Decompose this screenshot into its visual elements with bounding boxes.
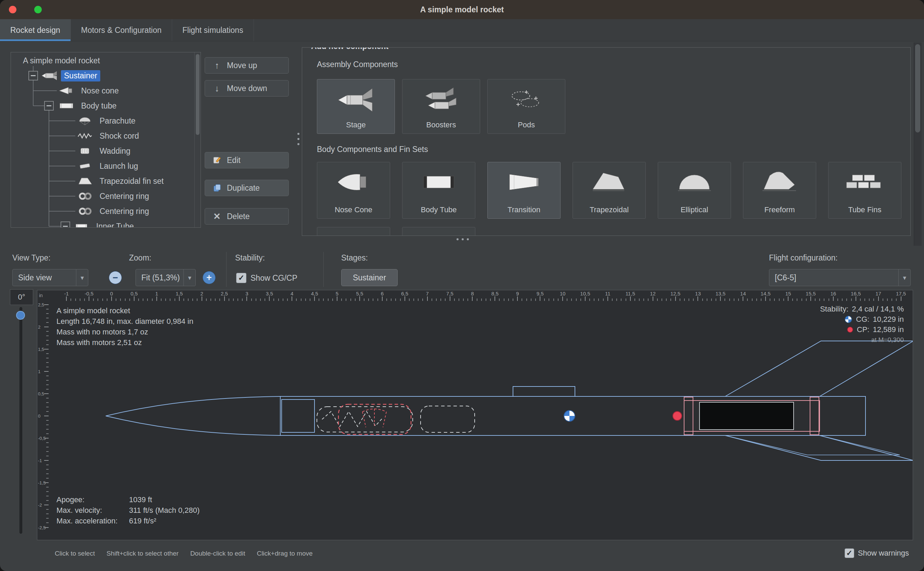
status-hint: Click to select	[55, 550, 95, 557]
component-card-stage[interactable]: Stage	[317, 79, 395, 134]
parachute-icon	[77, 116, 93, 126]
duplicate-button[interactable]: Duplicate	[205, 180, 289, 196]
component-card-freeform[interactable]: Freeform	[743, 162, 816, 219]
tree-item-label: A simple model rocket	[20, 55, 103, 66]
stability-text-label: Stability:	[820, 305, 849, 313]
button-label: Delete	[227, 212, 249, 221]
component-card-partial[interactable]	[317, 227, 390, 236]
tree-item-inner-tube[interactable]: Inner Tube	[73, 219, 137, 228]
stage-toggle-sustainer[interactable]: Sustainer	[341, 269, 398, 286]
cp-marker	[673, 412, 682, 420]
tree-item-shock-cord[interactable]: Shock cord	[77, 128, 142, 144]
stability-text-value: 2,4 cal / 14,1 %	[852, 305, 904, 313]
tree-item-label: Shock cord	[97, 130, 142, 142]
window-scrollbar[interactable]	[914, 42, 922, 246]
rotation-slider-track[interactable]	[20, 307, 22, 534]
tree-item-label: Body tube	[78, 100, 120, 112]
tree-item-wadding[interactable]: Wadding	[77, 144, 134, 159]
close-window-button[interactable]	[9, 6, 17, 13]
rotation-slider-thumb[interactable]	[16, 311, 25, 320]
cg-marker	[564, 411, 575, 421]
fin-outline-bottom	[725, 435, 913, 460]
component-card-transition[interactable]: Transition	[487, 162, 561, 219]
tab-rocket-design[interactable]: Rocket design	[0, 19, 71, 41]
component-card-pods[interactable]: Pods	[487, 79, 565, 134]
max-acceleration-value: 619 ft/s²	[129, 515, 156, 526]
tree-item-parachute[interactable]: Parachute	[77, 113, 139, 128]
tree-item-rocket-root[interactable]: A simple model rocket	[20, 53, 103, 68]
drag-dot	[467, 238, 469, 240]
nose-cone-outline	[106, 397, 280, 435]
tree-item-launch-lug[interactable]: Launch lug	[77, 159, 141, 174]
move-down-button[interactable]: ↓ Move down	[205, 80, 289, 97]
arrow-up-icon: ↑	[212, 60, 222, 71]
shock-cord-icon	[77, 131, 93, 141]
button-label: Move up	[227, 61, 257, 70]
tree-item-nose-cone[interactable]: Nose cone	[58, 83, 122, 98]
show-warnings-checkbox[interactable]: Show warnings	[845, 548, 909, 558]
component-card-nose-cone[interactable]: Nose Cone	[317, 162, 390, 219]
component-card-elliptical[interactable]: Elliptical	[658, 162, 731, 219]
flight-configuration-label: Flight configuration:	[769, 253, 838, 262]
checkbox-checked-icon	[845, 548, 854, 558]
zoom-in-button[interactable]: +	[203, 271, 216, 284]
tab-label: Rocket design	[10, 26, 60, 35]
rocket-view-canvas[interactable]: -1-0,500,511,522,533,544,555,566,577,588…	[37, 290, 913, 540]
show-cgcp-checkbox[interactable]: Show CG/CP	[236, 273, 297, 283]
tree-scrollbar-thumb[interactable]	[196, 54, 200, 135]
window-scrollbar-thumb[interactable]	[915, 44, 920, 133]
view-type-select[interactable]: Side view	[12, 269, 88, 286]
tree-item-sustainer[interactable]: Sustainer	[41, 68, 100, 83]
apogee-label: Apogee:	[57, 494, 129, 505]
section-label-assembly: Assembly Components	[317, 60, 398, 69]
drag-dot	[462, 238, 464, 240]
component-card-boosters[interactable]: Boosters	[402, 79, 480, 134]
tree-item-label: Launch lug	[97, 160, 141, 172]
checkbox-label: Show warnings	[858, 549, 909, 558]
tree-item-trapezoidal-fin-set[interactable]: Trapezoidal fin set	[77, 174, 167, 188]
component-card-tube-fins[interactable]: Tube Fins	[828, 162, 901, 219]
tab-flight-simulations[interactable]: Flight simulations	[172, 19, 254, 41]
stages-label: Stages:	[341, 253, 368, 262]
tab-motors-configuration[interactable]: Motors & Configuration	[71, 19, 172, 41]
stability-label: Stability:	[235, 253, 265, 262]
card-label: Stage	[317, 120, 394, 130]
component-card-partial[interactable]	[402, 227, 475, 236]
component-card-trapezoidal[interactable]: Trapezoidal	[573, 162, 646, 219]
cg-text-value: 10,229 in	[873, 315, 904, 324]
tree-scrollbar[interactable]	[194, 52, 200, 227]
centering-ring-icon	[77, 207, 93, 216]
component-card-body-tube[interactable]: Body Tube	[402, 162, 475, 219]
zoom-out-button[interactable]: −	[109, 271, 122, 284]
card-label: Boosters	[402, 120, 480, 130]
tree-item-centering-ring[interactable]: Centering ring	[77, 204, 152, 219]
wadding-icon	[77, 146, 93, 156]
window-controls	[9, 6, 42, 13]
maximize-window-button[interactable]	[34, 6, 42, 13]
zoom-level-select[interactable]: Fit (51,3%)	[136, 269, 196, 286]
tree-item-centering-ring[interactable]: Centering ring	[77, 188, 152, 204]
tree-item-body-tube[interactable]: Body tube	[58, 98, 120, 113]
card-label: Tube Fins	[829, 205, 901, 214]
card-label: Pods	[488, 120, 565, 130]
launch-lug-icon	[77, 161, 93, 171]
boosters-icon	[419, 83, 464, 117]
card-label: Transition	[488, 205, 560, 214]
horizontal-splitter-handle[interactable]	[456, 238, 469, 240]
vertical-splitter-handle[interactable]	[297, 133, 299, 145]
duplicate-icon	[212, 184, 222, 192]
cp-legend-icon	[847, 326, 853, 333]
pencil-icon	[212, 156, 222, 165]
nose-cone-card-icon	[332, 166, 375, 199]
flight-configuration-select[interactable]: [C6-5]	[769, 269, 911, 286]
delete-x-icon: ✕	[212, 211, 222, 222]
move-up-button[interactable]: ↑ Move up	[205, 57, 289, 74]
body-tube-icon	[58, 101, 75, 111]
button-label: Duplicate	[227, 184, 260, 193]
edit-button[interactable]: Edit	[205, 152, 289, 168]
minimize-window-button[interactable]	[22, 6, 29, 13]
cg-legend-icon	[844, 315, 853, 324]
status-hint: Double-click to edit	[190, 550, 245, 557]
delete-button[interactable]: ✕ Delete	[205, 208, 289, 225]
card-label: Elliptical	[658, 205, 731, 214]
